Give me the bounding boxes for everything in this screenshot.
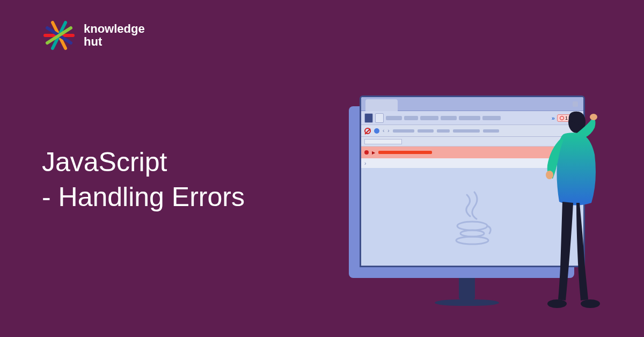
- computer-illustration: » 1 ✕ ‹ › ▶: [349, 96, 606, 321]
- title-line1: JavaScript: [42, 145, 245, 180]
- person-illustration: [521, 106, 617, 310]
- svg-point-13: [581, 299, 600, 308]
- filter-item: [418, 129, 434, 133]
- filter-item: [393, 129, 414, 133]
- title-line2: - Handling Errors: [42, 180, 245, 215]
- device-icon: [375, 113, 384, 123]
- toolbar-item: [482, 116, 501, 120]
- toolbar-item: [441, 116, 457, 120]
- svg-point-10: [590, 114, 597, 120]
- logo-text-line1: knowledge: [84, 23, 145, 35]
- error-dot-icon: [364, 150, 369, 155]
- svg-point-11: [546, 171, 553, 179]
- clear-console-icon: [364, 128, 371, 134]
- logo: knowledge hut: [42, 18, 145, 53]
- toolbar-item: [459, 116, 480, 120]
- logo-star-icon: [42, 18, 76, 53]
- log-input-placeholder: [364, 139, 402, 144]
- filter-item: [483, 129, 499, 133]
- arrow-right-icon: ›: [387, 128, 389, 134]
- filter-item: [453, 129, 480, 133]
- toolbar-item: [404, 116, 418, 120]
- filter-item: [437, 129, 450, 133]
- svg-point-8: [456, 237, 488, 244]
- page-title: JavaScript - Handling Errors: [42, 145, 245, 215]
- error-expand-icon: ▶: [372, 150, 375, 155]
- java-logo-icon: [451, 189, 494, 248]
- error-message-bar: [378, 151, 432, 154]
- logo-text-line2: hut: [84, 35, 145, 48]
- arrow-left-icon: ‹: [383, 128, 384, 134]
- svg-point-6: [457, 222, 487, 230]
- toolbar-item: [386, 116, 402, 120]
- svg-point-12: [547, 299, 567, 308]
- browser-tab: [365, 99, 398, 111]
- prompt-chevron-icon: ›: [364, 160, 366, 166]
- monitor-stand: [445, 278, 488, 305]
- context-dot-icon: [374, 128, 379, 134]
- toolbar-item: [420, 116, 438, 120]
- logo-text: knowledge hut: [84, 23, 145, 48]
- inspector-icon: [364, 113, 373, 123]
- svg-point-7: [460, 230, 484, 237]
